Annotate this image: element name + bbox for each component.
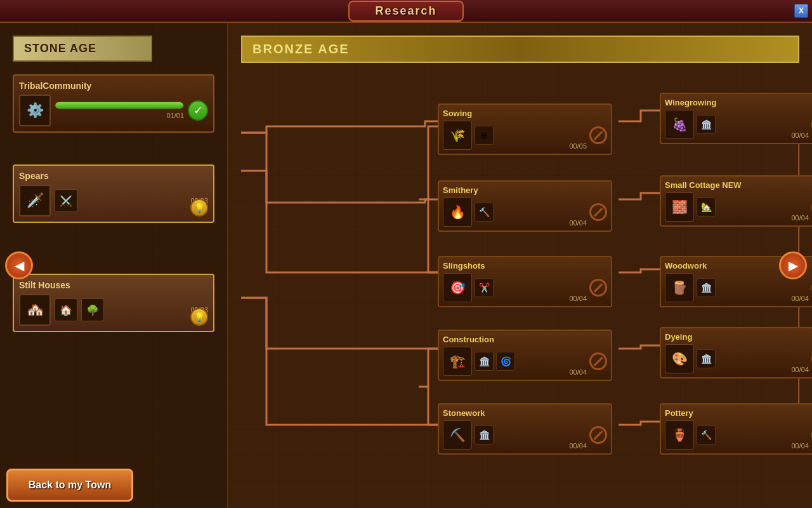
stonework-icon2: 🏛️ <box>475 425 494 444</box>
spears-title: Spears <box>19 171 208 181</box>
stone-age-label: STONE AGE <box>13 36 152 62</box>
dyeing-icon: 🎨 <box>665 344 694 373</box>
construction-title: Construction <box>443 335 607 344</box>
main-area: ◀ STONE AGE TribalCommunity ⚙️ 01/01 ✓ S… <box>0 23 812 508</box>
stilt-houses-card[interactable]: Stilt Houses 🏘️ 🏠 🌳 00/03 💡 <box>13 274 214 332</box>
stonework-count: 00/04 <box>569 442 587 450</box>
tribal-community-progress-bar <box>55 102 184 109</box>
dyeing-count: 00/04 <box>791 366 809 373</box>
winegrowing-title: Winegrowing <box>665 98 812 107</box>
winegrowing-count: 00/04 <box>791 131 809 139</box>
smithery-no-entry <box>589 203 607 221</box>
smithery-icon: 🔥 <box>443 197 472 227</box>
sowing-icon2: ⊕ <box>475 126 494 145</box>
pottery-node[interactable]: Pottery 🏺 🔨 00/04 <box>660 403 812 455</box>
woodwork-count: 00/04 <box>791 295 809 302</box>
construction-icon2: 🏛️ <box>475 352 494 371</box>
left-nav-arrow[interactable]: ◀ <box>5 251 33 279</box>
bronze-age-header: BRONZE AGE <box>241 36 799 63</box>
winegrowing-node[interactable]: Winegrowing 🍇 🏛️ 00/04 <box>660 93 812 144</box>
stilt-houses-icon3: 🌳 <box>81 298 104 321</box>
pottery-count: 00/04 <box>791 442 809 450</box>
small-cottage-icon2: 🏡 <box>697 197 716 217</box>
spears-lightbulb: 💡 <box>190 199 208 217</box>
dyeing-title: Dyeing <box>665 332 812 342</box>
dyeing-node[interactable]: Dyeing 🎨 🏛️ 00/04 <box>660 327 812 378</box>
construction-no-entry <box>589 352 607 370</box>
pottery-icon: 🏺 <box>665 420 694 450</box>
right-nav-arrow[interactable]: ▶ <box>779 251 807 279</box>
stonework-no-entry <box>589 426 607 444</box>
tribal-community-title: TribalCommunity <box>19 81 208 91</box>
spears-icon: 🗡️ <box>19 185 51 217</box>
smithery-node[interactable]: Smithery 🔥 🔨 00/04 <box>438 180 612 232</box>
construction-icon3: 🌀 <box>496 352 515 371</box>
construction-count: 00/04 <box>569 368 587 376</box>
spears-card[interactable]: Spears 🗡️ ⚔️ 00/03 💡 <box>13 164 214 223</box>
sowing-no-entry <box>589 126 607 144</box>
construction-icon: 🏗️ <box>443 347 472 376</box>
small-cottage-node[interactable]: Small Cottage NEW 🧱 🏡 00/04 <box>660 175 812 227</box>
smithery-icon2: 🔨 <box>475 203 494 222</box>
back-to-town-button[interactable]: Back to my Town <box>6 469 133 502</box>
pottery-icon2: 🔨 <box>697 425 716 444</box>
pottery-title: Pottery <box>665 408 812 418</box>
woodwork-icon: 🪵 <box>665 273 694 302</box>
page-title: Research <box>375 4 436 17</box>
smithery-title: Smithery <box>443 185 607 195</box>
small-cottage-icon: 🧱 <box>665 192 694 222</box>
smithery-count: 00/04 <box>569 219 587 227</box>
winegrowing-icon: 🍇 <box>665 110 694 139</box>
right-panel: BRONZE AGE <box>228 23 812 508</box>
sowing-title: Sowing <box>443 109 607 118</box>
woodwork-icon2: 🏛️ <box>697 278 716 297</box>
winegrowing-icon2: 🏛️ <box>697 115 716 134</box>
stilt-houses-lightbulb: 💡 <box>190 308 208 326</box>
slingshots-icon2: ✂️ <box>475 278 494 297</box>
dyeing-icon2: 🏛️ <box>697 349 716 368</box>
slingshots-icon: 🎯 <box>443 273 472 302</box>
tribal-community-icon: ⚙️ <box>19 95 51 126</box>
small-cottage-count: 00/04 <box>791 214 809 222</box>
stilt-houses-icon: 🏘️ <box>19 294 51 326</box>
title-bar: Research X <box>0 0 812 23</box>
sowing-node[interactable]: Sowing 🌾 ⊕ 00/05 <box>438 104 612 155</box>
stilt-houses-title: Stilt Houses <box>19 280 208 290</box>
spears-icon2: ⚔️ <box>55 189 77 212</box>
slingshots-node[interactable]: Slingshots 🎯 ✂️ 00/04 <box>438 256 612 307</box>
tribal-community-check: ✓ <box>188 100 208 121</box>
tribal-community-progress-text: 01/01 <box>55 112 184 119</box>
slingshots-no-entry <box>589 279 607 297</box>
sowing-icon: 🌾 <box>443 121 472 150</box>
left-panel: STONE AGE TribalCommunity ⚙️ 01/01 ✓ Spe… <box>0 23 228 508</box>
close-button[interactable]: X <box>794 4 808 18</box>
small-cottage-title: Small Cottage NEW <box>665 180 812 190</box>
bronze-age-title: BRONZE AGE <box>252 42 350 56</box>
tribal-community-card[interactable]: TribalCommunity ⚙️ 01/01 ✓ <box>13 74 214 133</box>
tree-container: Sowing 🌾 ⊕ 00/05 Winegrowing 🍇 🏛️ 00/04 <box>241 76 799 485</box>
slingshots-count: 00/04 <box>569 295 587 302</box>
sowing-count: 00/05 <box>569 142 587 150</box>
stilt-houses-icon2: 🏠 <box>55 298 77 321</box>
slingshots-title: Slingshots <box>443 261 607 271</box>
stonework-icon: ⛏️ <box>443 420 472 450</box>
stonework-title: Stonework <box>443 408 607 418</box>
construction-node[interactable]: Construction 🏗️ 🏛️ 🌀 00/04 <box>438 330 612 381</box>
stonework-node[interactable]: Stonework ⛏️ 🏛️ 00/04 <box>438 403 612 455</box>
